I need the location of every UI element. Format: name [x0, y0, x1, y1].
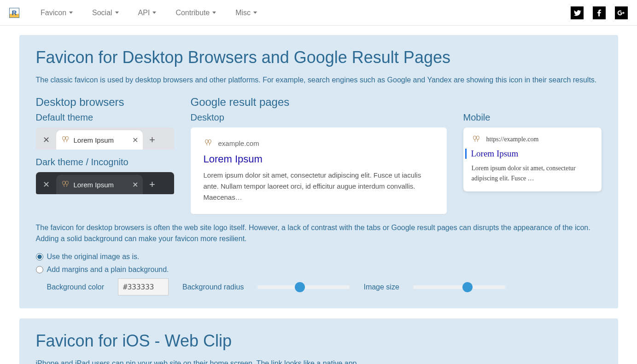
desktop-browsers-heading: Desktop browsers: [36, 96, 174, 109]
nav-favicon[interactable]: Favicon: [33, 5, 80, 21]
close-icon[interactable]: ✕: [39, 131, 54, 149]
result-url: example.com: [218, 139, 259, 147]
google-results-column: Google result pages Desktop example.com …: [191, 96, 447, 214]
tab-title: Lorem Ipsum: [74, 181, 129, 189]
nav-contribute[interactable]: Contribute: [168, 5, 223, 21]
caret-icon: [253, 12, 257, 14]
google-result-card: example.com Lorem Ipsum Lorem ipsum dolo…: [191, 127, 447, 214]
result-title[interactable]: Lorem Ipsum: [465, 149, 593, 159]
favicon-icon: [472, 135, 481, 144]
option-original[interactable]: Use the original image as is.: [36, 253, 602, 261]
browser-tab[interactable]: Lorem Ipsum ✕: [56, 130, 143, 150]
favicon-icon: [204, 139, 213, 148]
image-size-slider[interactable]: [413, 285, 505, 289]
panel-title: Favicon for Desktop Browsers and Google …: [36, 48, 602, 67]
nav-label: Contribute: [175, 9, 210, 17]
caret-icon: [152, 12, 156, 14]
default-theme-heading: Default theme: [36, 112, 174, 123]
navbar-right: [571, 6, 628, 19]
google-mobile-card: https://example.com Lorem Ipsum Lorem ip…: [463, 127, 602, 191]
google-mobile-heading: Mobile: [463, 112, 602, 123]
bg-color-label: Background color: [47, 283, 105, 291]
navbar-left: R Favicon Social API Contribute Misc: [9, 5, 264, 21]
navbar: R Favicon Social API Contribute Misc: [0, 0, 637, 26]
nav-label: Favicon: [41, 9, 66, 17]
twitter-icon[interactable]: [571, 6, 584, 19]
dark-theme-heading: Dark theme / Incognito: [36, 157, 174, 168]
panel-title: Favicon for iOS - Web Clip: [36, 331, 602, 351]
panel-description: iPhone and iPad users can pin your web s…: [36, 358, 602, 364]
googleplus-icon[interactable]: [615, 6, 628, 19]
nav-label: Social: [92, 9, 112, 17]
nav-label: Misc: [235, 9, 251, 17]
radio-label: Add margins and a plain background.: [47, 266, 169, 274]
ios-favicon-panel: Favicon for iOS - Web Clip iPhone and iP…: [19, 318, 618, 364]
google-mobile-column: . Mobile https://example.com Lorem Ipsum…: [463, 96, 602, 214]
favicon-note: The favicon for desktop browsers is ofte…: [36, 222, 602, 244]
result-url: https://example.com: [486, 136, 539, 143]
favicon-icon: [61, 180, 70, 189]
google-results-heading: Google result pages: [191, 96, 447, 109]
desktop-favicon-panel: Favicon for Desktop Browsers and Google …: [19, 35, 618, 308]
favicon-icon: [61, 135, 70, 144]
close-icon[interactable]: ✕: [132, 180, 138, 189]
option-margins[interactable]: Add margins and a plain background.: [36, 266, 602, 274]
new-tab-button[interactable]: +: [145, 179, 160, 191]
result-title[interactable]: Lorem Ipsum: [204, 153, 434, 165]
nav-api[interactable]: API: [131, 5, 164, 21]
nav-label: API: [138, 9, 150, 17]
logo-icon[interactable]: R: [9, 8, 19, 18]
preview-row: Desktop browsers Default theme ✕ Lorem I…: [36, 96, 602, 214]
bg-color-input[interactable]: [118, 278, 169, 295]
nav-social[interactable]: Social: [85, 5, 126, 21]
new-tab-button[interactable]: +: [145, 134, 160, 146]
close-icon[interactable]: ✕: [39, 176, 54, 193]
bg-radius-slider[interactable]: [257, 285, 350, 289]
result-description: Lorem ipsum dolor sit amet, consectetur …: [472, 163, 593, 184]
bg-radius-label: Background radius: [182, 283, 244, 291]
radio-original[interactable]: [36, 253, 43, 260]
close-icon[interactable]: ✕: [132, 136, 138, 144]
caret-icon: [212, 12, 216, 14]
desktop-browsers-column: Desktop browsers Default theme ✕ Lorem I…: [36, 96, 174, 214]
google-desktop-heading: Desktop: [191, 112, 447, 123]
background-controls: Background color Background radius Image…: [47, 278, 602, 295]
facebook-icon[interactable]: [593, 6, 606, 19]
browser-tabbar-light: ✕ Lorem Ipsum ✕ +: [36, 127, 174, 150]
radio-margins[interactable]: [36, 266, 43, 273]
result-description: Lorem ipsum dolor sit amet, consectetur …: [204, 170, 434, 203]
radio-label: Use the original image as is.: [47, 253, 140, 261]
panel-description: The classic favicon is used by desktop b…: [36, 75, 602, 86]
image-size-label: Image size: [363, 283, 399, 291]
browser-tab[interactable]: Lorem Ipsum ✕: [56, 175, 143, 194]
tab-title: Lorem Ipsum: [74, 136, 129, 144]
browser-tabbar-dark: ✕ Lorem Ipsum ✕ +: [36, 172, 174, 194]
nav-misc[interactable]: Misc: [228, 5, 264, 21]
caret-icon: [115, 12, 119, 14]
caret-icon: [69, 12, 73, 14]
